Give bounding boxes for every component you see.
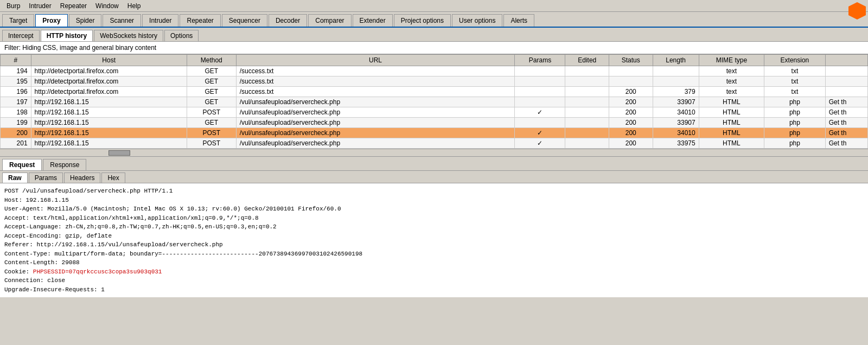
req-line5: Accept-Language: zh-CN,zh;q=0.8,zh-TW;q=… xyxy=(4,222,864,232)
history-table: # Host Method URL Params Edited Status L… xyxy=(0,54,868,149)
tab-scanner[interactable]: Scanner xyxy=(103,14,141,27)
tab-repeater[interactable]: Repeater xyxy=(180,14,220,27)
req-tab-params[interactable]: Params xyxy=(29,173,63,183)
subtab-intercept[interactable]: Intercept xyxy=(2,30,40,41)
subtab-http-history[interactable]: HTTP history xyxy=(41,30,93,41)
col-url[interactable]: URL xyxy=(236,55,515,66)
tab-proxy[interactable]: Proxy xyxy=(35,14,67,27)
table-row[interactable]: 199http://192.168.1.15GET/vul/unsafeuplo… xyxy=(1,118,868,128)
req-line8: Content-Type: multipart/form-data; bound… xyxy=(4,250,864,259)
table-row[interactable]: 198http://192.168.1.15POST/vul/unsafeupl… xyxy=(1,107,868,118)
top-nav: Target Proxy Spider Scanner Intruder Rep… xyxy=(0,12,868,28)
col-method[interactable]: Method xyxy=(187,55,236,66)
col-length[interactable]: Length xyxy=(653,55,699,66)
req-line3: User-Agent: Mozilla/5.0 (Macintosh; Inte… xyxy=(4,205,864,214)
tab-sequencer[interactable]: Sequencer xyxy=(222,14,267,27)
subtab-options[interactable]: Options xyxy=(164,30,199,41)
request-content: POST /vul/unsafeupload/servercheck.php H… xyxy=(0,183,868,297)
req-line11: Connection: close xyxy=(4,276,864,285)
table-row[interactable]: 194http://detectportal.firefox.comGET/su… xyxy=(1,66,868,76)
col-status[interactable]: Status xyxy=(609,55,653,66)
tab-user-options[interactable]: User options xyxy=(452,14,502,27)
col-extra xyxy=(825,55,867,66)
menu-help[interactable]: Help xyxy=(123,1,145,11)
table-row[interactable]: 197http://192.168.1.15GET/vul/unsafeuplo… xyxy=(1,97,868,107)
req-line2: Host: 192.168.1.15 xyxy=(4,196,864,205)
menu-bar: Burp Intruder Repeater Window Help xyxy=(0,0,868,12)
tab-comparer[interactable]: Comparer xyxy=(308,14,351,27)
menu-window[interactable]: Window xyxy=(91,1,123,11)
col-host[interactable]: Host xyxy=(31,55,187,66)
tab-decoder[interactable]: Decoder xyxy=(269,14,307,27)
subtab-websockets-history[interactable]: WebSockets history xyxy=(94,30,163,41)
menu-repeater[interactable]: Repeater xyxy=(56,1,91,11)
req-line7: Referer: http://192.168.1.15/vul/unsafeu… xyxy=(4,240,864,250)
filter-text: Filter: Hiding CSS, image and general bi… xyxy=(4,44,156,52)
table-row[interactable]: 195http://detectportal.firefox.comGET/su… xyxy=(1,76,868,87)
req-tab-raw[interactable]: Raw xyxy=(2,173,28,183)
tab-extender[interactable]: Extender xyxy=(353,14,393,27)
history-table-container[interactable]: # Host Method URL Params Edited Status L… xyxy=(0,54,868,149)
tab-spider[interactable]: Spider xyxy=(69,14,102,27)
col-extension[interactable]: Extension xyxy=(764,55,826,66)
req-line9: Content-Length: 29088 xyxy=(4,258,864,267)
table-row[interactable]: 201http://192.168.1.15POST/vul/unsafeupl… xyxy=(1,138,868,149)
bottom-panel: Request Response Raw Params Headers Hex … xyxy=(0,157,868,297)
table-row[interactable]: 200http://192.168.1.15POST/vul/unsafeupl… xyxy=(1,128,868,138)
scrollbar-thumb[interactable] xyxy=(108,150,130,156)
tab-intruder[interactable]: Intruder xyxy=(142,14,178,27)
req-tab-hex[interactable]: Hex xyxy=(101,173,125,183)
tab-alerts[interactable]: Alerts xyxy=(503,14,534,27)
req-sub-tabs: Raw Params Headers Hex xyxy=(0,171,868,183)
menu-intruder[interactable]: Intruder xyxy=(24,1,55,11)
table-row[interactable]: 196http://detectportal.firefox.comGET/su… xyxy=(1,87,868,97)
req-line1: POST /vul/unsafeupload/servercheck.php H… xyxy=(4,187,864,196)
tab-response[interactable]: Response xyxy=(43,159,86,170)
col-params[interactable]: Params xyxy=(515,55,565,66)
filter-bar[interactable]: Filter: Hiding CSS, image and general bi… xyxy=(0,42,868,54)
menu-burp[interactable]: Burp xyxy=(2,1,24,11)
req-line4: Accept: text/html,application/xhtml+xml,… xyxy=(4,214,864,223)
col-edited[interactable]: Edited xyxy=(565,55,609,66)
horizontal-scrollbar[interactable] xyxy=(0,149,868,157)
tab-target[interactable]: Target xyxy=(2,14,34,27)
col-mime[interactable]: MIME type xyxy=(699,55,764,66)
req-line10: Cookie: PHPSESSID=07qqrkccusc3copa3su903… xyxy=(4,267,864,277)
tab-project-options[interactable]: Project options xyxy=(394,14,451,27)
req-line6: Accept-Encoding: gzip, deflate xyxy=(4,232,864,241)
tab-request[interactable]: Request xyxy=(2,159,42,170)
req-line12: Upgrade-Insecure-Requests: 1 xyxy=(4,285,864,295)
bottom-tabs-bar: Request Response xyxy=(0,157,868,171)
col-num[interactable]: # xyxy=(1,55,31,66)
sub-nav: Intercept HTTP history WebSockets histor… xyxy=(0,28,868,42)
req-tab-headers[interactable]: Headers xyxy=(64,173,100,183)
